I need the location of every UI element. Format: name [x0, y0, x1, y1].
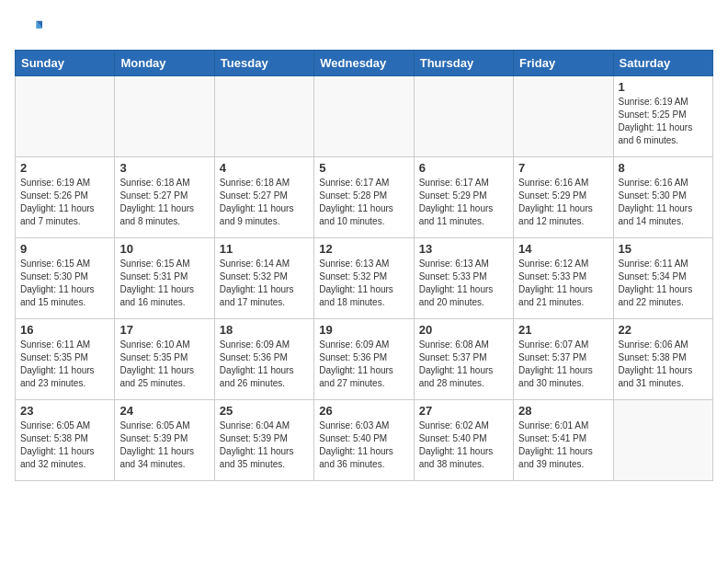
- day-info: Sunrise: 6:12 AM Sunset: 5:33 PM Dayligh…: [518, 258, 608, 309]
- weekday-header-row: SundayMondayTuesdayWednesdayThursdayFrid…: [16, 51, 713, 76]
- day-cell: 10Sunrise: 6:15 AM Sunset: 5:31 PM Dayli…: [115, 238, 214, 319]
- day-number: 5: [319, 161, 408, 175]
- day-number: 27: [419, 404, 508, 418]
- day-cell: 3Sunrise: 6:18 AM Sunset: 5:27 PM Daylig…: [115, 157, 214, 238]
- day-cell: 16Sunrise: 6:11 AM Sunset: 5:35 PM Dayli…: [16, 319, 115, 400]
- weekday-saturday: Saturday: [613, 51, 712, 76]
- day-cell: 14Sunrise: 6:12 AM Sunset: 5:33 PM Dayli…: [514, 238, 613, 319]
- day-number: 10: [119, 242, 209, 256]
- day-cell: 22Sunrise: 6:06 AM Sunset: 5:38 PM Dayli…: [613, 319, 712, 400]
- day-number: 16: [20, 323, 109, 337]
- day-cell: 4Sunrise: 6:18 AM Sunset: 5:27 PM Daylig…: [214, 157, 313, 238]
- day-cell: 6Sunrise: 6:17 AM Sunset: 5:29 PM Daylig…: [414, 157, 513, 238]
- day-info: Sunrise: 6:18 AM Sunset: 5:27 PM Dayligh…: [119, 177, 209, 228]
- day-cell: 25Sunrise: 6:04 AM Sunset: 5:39 PM Dayli…: [214, 400, 313, 481]
- day-cell: 13Sunrise: 6:13 AM Sunset: 5:33 PM Dayli…: [414, 238, 513, 319]
- day-cell: 12Sunrise: 6:13 AM Sunset: 5:32 PM Dayli…: [314, 238, 414, 319]
- weekday-sunday: Sunday: [16, 51, 115, 76]
- day-info: Sunrise: 6:03 AM Sunset: 5:40 PM Dayligh…: [319, 419, 408, 471]
- day-info: Sunrise: 6:19 AM Sunset: 5:25 PM Dayligh…: [619, 96, 708, 147]
- day-info: Sunrise: 6:18 AM Sunset: 5:27 PM Dayligh…: [220, 177, 309, 228]
- week-row-4: 23Sunrise: 6:05 AM Sunset: 5:38 PM Dayli…: [16, 400, 713, 481]
- day-number: 15: [619, 242, 708, 256]
- day-cell: 5Sunrise: 6:17 AM Sunset: 5:28 PM Daylig…: [314, 157, 414, 238]
- day-info: Sunrise: 6:09 AM Sunset: 5:36 PM Dayligh…: [220, 339, 309, 390]
- calendar-table: SundayMondayTuesdayWednesdayThursdayFrid…: [15, 50, 713, 481]
- day-cell: 9Sunrise: 6:15 AM Sunset: 5:30 PM Daylig…: [16, 238, 115, 319]
- day-number: 2: [20, 161, 109, 175]
- day-info: Sunrise: 6:14 AM Sunset: 5:32 PM Dayligh…: [220, 258, 309, 309]
- day-info: Sunrise: 6:01 AM Sunset: 5:41 PM Dayligh…: [518, 419, 608, 471]
- day-cell: 2Sunrise: 6:19 AM Sunset: 5:26 PM Daylig…: [16, 157, 115, 238]
- day-cell: 26Sunrise: 6:03 AM Sunset: 5:40 PM Dayli…: [314, 400, 414, 481]
- weekday-friday: Friday: [514, 51, 613, 76]
- day-cell: 7Sunrise: 6:16 AM Sunset: 5:29 PM Daylig…: [514, 157, 613, 238]
- day-info: Sunrise: 6:04 AM Sunset: 5:39 PM Dayligh…: [220, 419, 309, 471]
- weekday-thursday: Thursday: [414, 51, 513, 76]
- day-info: Sunrise: 6:08 AM Sunset: 5:37 PM Dayligh…: [419, 339, 508, 390]
- day-cell: [115, 76, 214, 157]
- week-row-2: 9Sunrise: 6:15 AM Sunset: 5:30 PM Daylig…: [16, 238, 713, 319]
- logo-icon: [15, 15, 42, 42]
- day-number: 7: [518, 161, 608, 175]
- day-info: Sunrise: 6:06 AM Sunset: 5:38 PM Dayligh…: [619, 339, 708, 390]
- day-cell: 23Sunrise: 6:05 AM Sunset: 5:38 PM Dayli…: [16, 400, 115, 481]
- day-number: 14: [518, 242, 608, 256]
- day-cell: 27Sunrise: 6:02 AM Sunset: 5:40 PM Dayli…: [414, 400, 513, 481]
- weekday-monday: Monday: [115, 51, 214, 76]
- day-info: Sunrise: 6:11 AM Sunset: 5:34 PM Dayligh…: [619, 258, 708, 309]
- day-number: 13: [419, 242, 508, 256]
- day-cell: 8Sunrise: 6:16 AM Sunset: 5:30 PM Daylig…: [613, 157, 712, 238]
- page-header: [15, 15, 713, 42]
- day-info: Sunrise: 6:13 AM Sunset: 5:33 PM Dayligh…: [419, 258, 508, 309]
- day-cell: [214, 76, 313, 157]
- day-info: Sunrise: 6:11 AM Sunset: 5:35 PM Dayligh…: [20, 339, 109, 390]
- day-cell: [613, 400, 712, 481]
- day-cell: 19Sunrise: 6:09 AM Sunset: 5:36 PM Dayli…: [314, 319, 414, 400]
- day-cell: [16, 76, 115, 157]
- day-info: Sunrise: 6:16 AM Sunset: 5:30 PM Dayligh…: [619, 177, 708, 228]
- day-info: Sunrise: 6:19 AM Sunset: 5:26 PM Dayligh…: [20, 177, 109, 228]
- day-cell: 17Sunrise: 6:10 AM Sunset: 5:35 PM Dayli…: [115, 319, 214, 400]
- day-cell: [314, 76, 414, 157]
- day-number: 20: [419, 323, 508, 337]
- day-info: Sunrise: 6:15 AM Sunset: 5:31 PM Dayligh…: [119, 258, 209, 309]
- weekday-tuesday: Tuesday: [214, 51, 313, 76]
- day-cell: 20Sunrise: 6:08 AM Sunset: 5:37 PM Dayli…: [414, 319, 513, 400]
- day-cell: 1Sunrise: 6:19 AM Sunset: 5:25 PM Daylig…: [613, 76, 712, 157]
- day-number: 24: [119, 404, 209, 418]
- day-number: 28: [518, 404, 608, 418]
- day-number: 25: [220, 404, 309, 418]
- day-info: Sunrise: 6:15 AM Sunset: 5:30 PM Dayligh…: [20, 258, 109, 309]
- week-row-1: 2Sunrise: 6:19 AM Sunset: 5:26 PM Daylig…: [16, 157, 713, 238]
- day-cell: 24Sunrise: 6:05 AM Sunset: 5:39 PM Dayli…: [115, 400, 214, 481]
- day-number: 4: [220, 161, 309, 175]
- day-info: Sunrise: 6:17 AM Sunset: 5:29 PM Dayligh…: [419, 177, 508, 228]
- week-row-0: 1Sunrise: 6:19 AM Sunset: 5:25 PM Daylig…: [16, 76, 713, 157]
- day-info: Sunrise: 6:02 AM Sunset: 5:40 PM Dayligh…: [419, 419, 508, 471]
- day-cell: 28Sunrise: 6:01 AM Sunset: 5:41 PM Dayli…: [514, 400, 613, 481]
- day-number: 26: [319, 404, 408, 418]
- day-info: Sunrise: 6:05 AM Sunset: 5:39 PM Dayligh…: [119, 419, 209, 471]
- week-row-3: 16Sunrise: 6:11 AM Sunset: 5:35 PM Dayli…: [16, 319, 713, 400]
- day-number: 1: [619, 80, 708, 94]
- day-info: Sunrise: 6:17 AM Sunset: 5:28 PM Dayligh…: [319, 177, 408, 228]
- day-number: 18: [220, 323, 309, 337]
- day-cell: [414, 76, 513, 157]
- calendar-body: 1Sunrise: 6:19 AM Sunset: 5:25 PM Daylig…: [16, 76, 713, 481]
- day-info: Sunrise: 6:09 AM Sunset: 5:36 PM Dayligh…: [319, 339, 408, 390]
- day-number: 22: [619, 323, 708, 337]
- weekday-wednesday: Wednesday: [314, 51, 414, 76]
- day-number: 21: [518, 323, 608, 337]
- day-number: 12: [319, 242, 408, 256]
- day-cell: 15Sunrise: 6:11 AM Sunset: 5:34 PM Dayli…: [613, 238, 712, 319]
- day-info: Sunrise: 6:05 AM Sunset: 5:38 PM Dayligh…: [20, 419, 109, 471]
- day-number: 23: [20, 404, 109, 418]
- day-cell: 11Sunrise: 6:14 AM Sunset: 5:32 PM Dayli…: [214, 238, 313, 319]
- logo: [15, 15, 46, 42]
- day-number: 19: [319, 323, 408, 337]
- day-cell: [514, 76, 613, 157]
- day-number: 6: [419, 161, 508, 175]
- day-info: Sunrise: 6:16 AM Sunset: 5:29 PM Dayligh…: [518, 177, 608, 228]
- day-info: Sunrise: 6:13 AM Sunset: 5:32 PM Dayligh…: [319, 258, 408, 309]
